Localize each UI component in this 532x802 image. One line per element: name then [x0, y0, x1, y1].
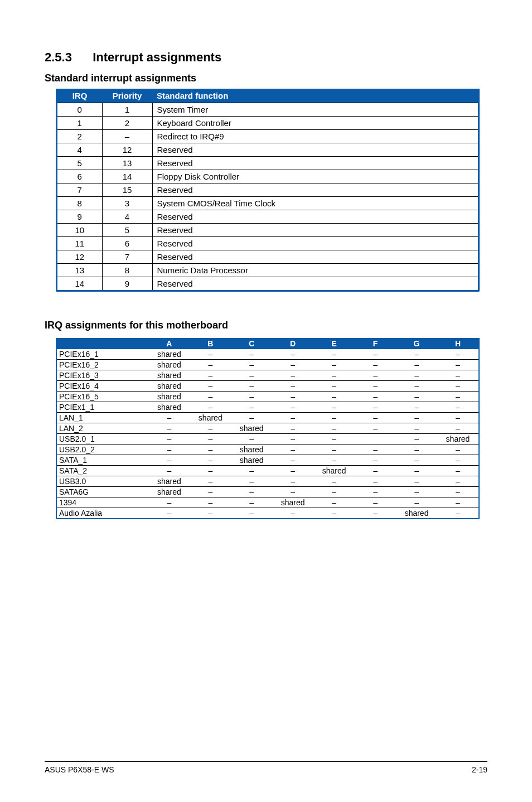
cell-value: – — [437, 455, 478, 466]
table-row: 138Numeric Data Processor — [57, 264, 478, 277]
cell-priority: 6 — [102, 237, 152, 250]
table-row: LAN_2––shared––––– — [57, 423, 478, 434]
cell-value: – — [148, 434, 190, 445]
cell-value: – — [190, 476, 231, 487]
th-col: F — [355, 338, 396, 349]
cell-value: – — [396, 413, 437, 423]
cell-value: – — [190, 487, 231, 497]
th-col: A — [148, 338, 190, 349]
cell-value: – — [190, 381, 231, 392]
page-footer: ASUS P6X58-E WS 2-19 — [45, 761, 487, 774]
cell-priority: 7 — [102, 250, 152, 264]
cell-function: Reserved — [152, 143, 478, 157]
cell-value: – — [190, 370, 231, 381]
cell-irq: 10 — [57, 224, 102, 237]
cell-value: – — [231, 381, 272, 392]
cell-value: – — [148, 466, 190, 476]
cell-value: – — [437, 360, 478, 370]
cell-value: – — [190, 360, 231, 370]
cell-value: – — [272, 392, 313, 402]
footer-right: 2-19 — [472, 765, 487, 774]
cell-value: – — [231, 392, 272, 402]
cell-value: shared — [396, 508, 437, 519]
cell-value: – — [272, 434, 313, 445]
cell-priority: 5 — [102, 224, 152, 237]
cell-value: – — [396, 487, 437, 497]
cell-value: – — [313, 423, 355, 434]
cell-irq: 5 — [57, 157, 102, 170]
cell-function: Redirect to IRQ#9 — [152, 130, 478, 143]
cell-irq: 4 — [57, 143, 102, 157]
cell-priority: 1 — [102, 103, 152, 117]
footer-left: ASUS P6X58-E WS — [45, 765, 114, 774]
cell-value: – — [437, 413, 478, 423]
cell-irq: 14 — [57, 277, 102, 291]
cell-value: – — [231, 508, 272, 519]
cell-value: – — [313, 381, 355, 392]
cell-value: – — [355, 455, 396, 466]
cell-value: – — [148, 508, 190, 519]
table-row: Audio Azalia––––––shared– — [57, 508, 478, 519]
cell-value: shared — [148, 487, 190, 497]
cell-function: Floppy Disk Controller — [152, 170, 478, 183]
cell-value: – — [355, 370, 396, 381]
cell-label: PCIEx16_4 — [57, 381, 148, 392]
cell-function: Reserved — [152, 210, 478, 224]
cell-value: – — [190, 497, 231, 508]
motherboard-irq-table-wrap: ABCDEFGH PCIEx16_1shared–––––––PCIEx16_2… — [56, 338, 480, 519]
cell-function: Reserved — [152, 157, 478, 170]
cell-value: – — [272, 476, 313, 487]
cell-value — [355, 434, 396, 445]
cell-value: – — [313, 434, 355, 445]
cell-irq: 0 — [57, 103, 102, 117]
cell-value: – — [355, 360, 396, 370]
th-function: Standard function — [152, 89, 478, 103]
cell-value: – — [231, 413, 272, 423]
table-row: PCIEx16_2shared––––––– — [57, 360, 478, 370]
cell-irq: 2 — [57, 130, 102, 143]
table-row: PCIEx16_5shared––––––– — [57, 392, 478, 402]
cell-value: – — [396, 445, 437, 455]
cell-value: – — [190, 423, 231, 434]
cell-value: – — [190, 349, 231, 360]
cell-value: – — [396, 497, 437, 508]
cell-value: – — [396, 381, 437, 392]
cell-irq: 6 — [57, 170, 102, 183]
cell-value: – — [313, 360, 355, 370]
cell-value: – — [231, 370, 272, 381]
cell-priority: – — [102, 130, 152, 143]
cell-value: – — [272, 402, 313, 413]
cell-value: – — [231, 349, 272, 360]
standard-irq-table-wrap: IRQ Priority Standard function 01System … — [56, 89, 480, 292]
cell-priority: 2 — [102, 117, 152, 130]
cell-value: – — [437, 497, 478, 508]
cell-priority: 14 — [102, 170, 152, 183]
cell-label: USB2.0_1 — [57, 434, 148, 445]
table-row: 105Reserved — [57, 224, 478, 237]
cell-value: – — [313, 497, 355, 508]
th-col: B — [190, 338, 231, 349]
cell-value: – — [313, 476, 355, 487]
cell-value: – — [396, 349, 437, 360]
cell-irq: 9 — [57, 210, 102, 224]
cell-value: – — [355, 508, 396, 519]
cell-value: shared — [272, 497, 313, 508]
table-row: 412Reserved — [57, 143, 478, 157]
cell-priority: 15 — [102, 183, 152, 197]
table-row: LAN_1–shared–––––– — [57, 413, 478, 423]
table-row: 1394–––shared–––– — [57, 497, 478, 508]
cell-value: shared — [190, 413, 231, 423]
cell-value: – — [313, 455, 355, 466]
cell-value: – — [148, 455, 190, 466]
cell-value: – — [231, 402, 272, 413]
cell-function: System Timer — [152, 103, 478, 117]
cell-priority: 13 — [102, 157, 152, 170]
cell-irq: 13 — [57, 264, 102, 277]
cell-value: – — [437, 487, 478, 497]
table-row: USB2.0_2––shared––––– — [57, 445, 478, 455]
table-row: PCIEx16_1shared––––––– — [57, 349, 478, 360]
cell-value: – — [190, 455, 231, 466]
cell-value: – — [396, 476, 437, 487]
table-row: 94Reserved — [57, 210, 478, 224]
cell-value: – — [272, 508, 313, 519]
